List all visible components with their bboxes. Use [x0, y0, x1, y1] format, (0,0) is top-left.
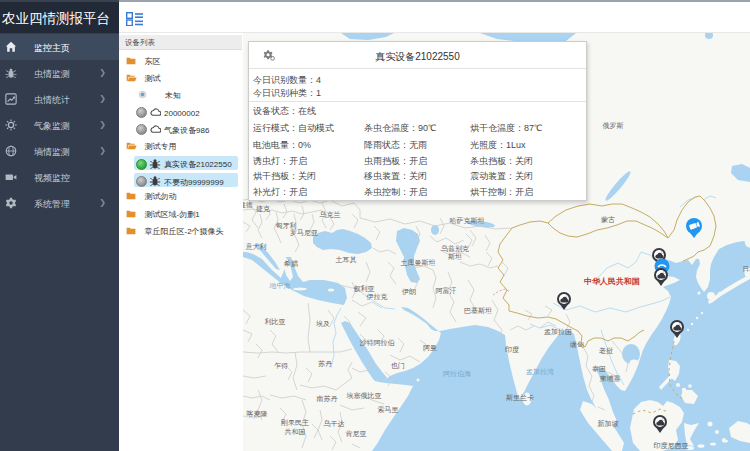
svg-text:索马里: 索马里 [378, 406, 399, 413]
svg-text:叙利亚: 叙利亚 [354, 285, 375, 293]
svg-text:希腊: 希腊 [283, 260, 298, 268]
svg-text:南苏丹: 南苏丹 [317, 395, 338, 402]
svg-text:乌兹别克: 乌兹别克 [441, 245, 469, 253]
svg-text:肯尼亚: 肯尼亚 [346, 430, 367, 437]
svg-text:印度: 印度 [505, 346, 519, 354]
svg-text:阿富汗: 阿富汗 [436, 286, 457, 295]
svg-text:也门: 也门 [391, 362, 405, 369]
svg-text:哈萨克斯坦: 哈萨克斯坦 [450, 217, 485, 225]
svg-text:孟加拉湾: 孟加拉湾 [526, 368, 554, 376]
svg-text:阿拉伯海: 阿拉伯海 [443, 370, 471, 378]
svg-text:苏丹: 苏丹 [318, 360, 332, 367]
svg-text:土库曼斯坦: 土库曼斯坦 [401, 259, 436, 267]
svg-text:捷克: 捷克 [256, 205, 270, 213]
svg-text:建德: 建德 [243, 201, 253, 209]
svg-text:老挝: 老挝 [599, 347, 613, 355]
svg-text:阿曼: 阿曼 [423, 344, 437, 352]
svg-text:印度尼西亚: 印度尼西亚 [654, 442, 689, 450]
svg-text:乌干达: 乌干达 [324, 420, 345, 427]
svg-text:共和国: 共和国 [285, 428, 306, 436]
svg-text:埃及: 埃及 [315, 320, 330, 327]
svg-text:喀麦隆: 喀麦隆 [247, 410, 268, 418]
svg-text:意大利: 意大利 [246, 243, 267, 251]
svg-text:刚果民主: 刚果民主 [281, 418, 309, 427]
svg-text:蒙古: 蒙古 [601, 216, 615, 224]
svg-text:地中海: 地中海 [269, 282, 291, 290]
svg-text:俄罗斯: 俄罗斯 [603, 122, 624, 130]
svg-text:斯坦: 斯坦 [448, 253, 462, 260]
svg-text:利比亚: 利比亚 [265, 318, 286, 326]
svg-text:斯里兰卡: 斯里兰卡 [506, 394, 534, 402]
svg-text:土耳其: 土耳其 [336, 256, 357, 264]
svg-text:乍得: 乍得 [274, 362, 288, 370]
svg-text:乌克兰: 乌克兰 [320, 211, 341, 219]
svg-text:罗马尼亚: 罗马尼亚 [290, 229, 318, 237]
svg-text:孟加拉国: 孟加拉国 [544, 328, 572, 336]
svg-text:伊朗: 伊朗 [402, 288, 416, 295]
svg-text:中华人民共和国: 中华人民共和国 [584, 277, 640, 286]
svg-text:埃塞俄比亚: 埃塞俄比亚 [346, 392, 382, 400]
svg-text:沙特阿拉伯: 沙特阿拉伯 [360, 339, 395, 347]
svg-text:巴基斯坦: 巴基斯坦 [464, 307, 492, 314]
svg-text:缅甸: 缅甸 [570, 341, 584, 349]
svg-text:日本: 日本 [743, 265, 750, 272]
svg-text:伊拉克: 伊拉克 [367, 293, 388, 301]
svg-text:泰国: 泰国 [592, 365, 606, 373]
svg-text:柬埔寨: 柬埔寨 [600, 374, 621, 383]
svg-text:新加坡: 新加坡 [598, 419, 619, 427]
